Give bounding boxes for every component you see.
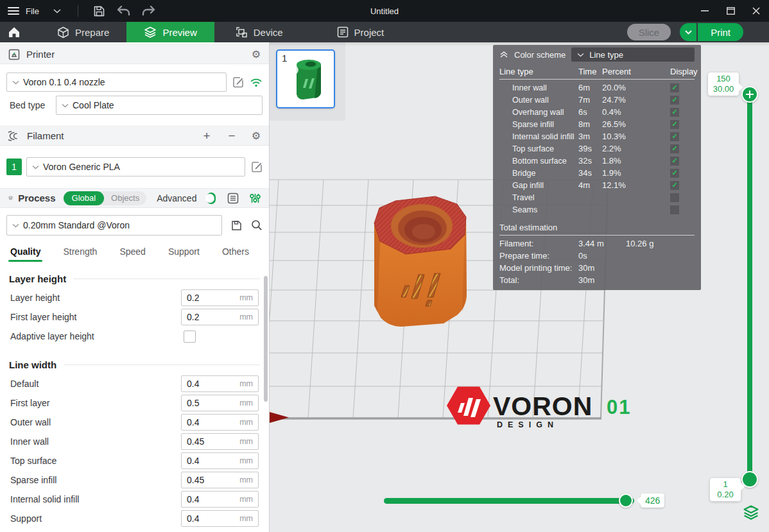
- tab-device[interactable]: Device: [218, 22, 300, 42]
- step-slider-handle[interactable]: [619, 493, 633, 508]
- step-slider-value: 426: [641, 493, 664, 508]
- color-scheme-select[interactable]: Line type: [571, 47, 695, 62]
- display-checkbox[interactable]: [670, 157, 679, 166]
- maximize-button[interactable]: [718, 0, 743, 22]
- adaptive-layer-height-checkbox[interactable]: [184, 330, 196, 343]
- line-width-label: Support: [10, 513, 181, 524]
- edit-printer-icon[interactable]: [232, 76, 244, 88]
- tab-prepare-label: Prepare: [75, 27, 109, 38]
- objects-settings-icon[interactable]: [250, 193, 261, 204]
- advanced-toggle[interactable]: [207, 193, 216, 204]
- total-row-value: 30m: [578, 263, 626, 273]
- plate-logo: VORON DESIGN 01: [447, 387, 631, 430]
- line-type-label: Outer wall: [512, 96, 578, 105]
- add-filament-button[interactable]: +: [203, 130, 210, 142]
- preview-viewport[interactable]: VORON DESIGN 01 1: [270, 42, 769, 532]
- line-width-input[interactable]: 0.5 mm: [181, 395, 259, 411]
- line-width-input[interactable]: 0.4 mm: [181, 375, 259, 392]
- file-menu-chevron-icon[interactable]: [53, 8, 61, 13]
- layers-view-icon[interactable]: [743, 504, 759, 521]
- layer-height-input[interactable]: 0.2 mm: [181, 289, 259, 306]
- line-width-input[interactable]: 0.4 mm: [181, 452, 259, 469]
- tab-prepare[interactable]: Prepare: [40, 22, 126, 42]
- process-preset-select[interactable]: 0.20mm Standard @Voron: [6, 215, 222, 236]
- line-type-percent: 1.8%: [602, 156, 670, 166]
- tab-strength[interactable]: Strength: [63, 246, 97, 257]
- printer-section-title: Printer: [26, 49, 55, 60]
- file-menu[interactable]: File: [26, 6, 39, 16]
- line-type-time: 7m: [578, 95, 602, 105]
- home-button[interactable]: [0, 22, 28, 42]
- legend-row: Sparse infill 8m 26.5%: [493, 118, 701, 130]
- menu-icon[interactable]: [8, 7, 19, 15]
- save-preset-icon[interactable]: [231, 220, 242, 231]
- bed-type-select[interactable]: Cool Plate: [56, 96, 263, 115]
- tab-others[interactable]: Others: [222, 246, 249, 257]
- parameter-list-icon[interactable]: [227, 193, 239, 204]
- display-checkbox[interactable]: [670, 83, 679, 92]
- printer-icon: [8, 49, 20, 60]
- display-checkbox[interactable]: [670, 132, 679, 141]
- collapse-legend-icon[interactable]: [499, 51, 508, 58]
- line-width-input[interactable]: 0.4 mm: [181, 510, 259, 527]
- legend-row: Top surface 39s 2.2%: [493, 142, 701, 155]
- line-width-label: Internal solid infill: [10, 494, 181, 504]
- search-preset-icon[interactable]: [251, 219, 263, 231]
- undo-icon[interactable]: [117, 4, 131, 18]
- line-width-label: Sparse infill: [10, 475, 181, 485]
- printer-preset-select[interactable]: Voron 0.1 0.4 nozzle: [6, 73, 227, 92]
- first-layer-height-input[interactable]: 0.2 mm: [181, 309, 259, 325]
- line-type-percent: 1.9%: [602, 168, 670, 178]
- tab-quality[interactable]: Quality: [10, 246, 40, 257]
- line-width-input[interactable]: 0.4 mm: [181, 491, 259, 508]
- sliced-model: [374, 196, 467, 327]
- line-type-legend-panel: Color scheme Line type Line type Time Pe…: [493, 45, 701, 290]
- layer-slider-track[interactable]: [747, 94, 752, 479]
- legend-row: Bottom surface 32s 1.8%: [493, 155, 701, 167]
- tab-project-label: Project: [354, 27, 384, 38]
- display-checkbox[interactable]: [670, 108, 679, 117]
- close-button[interactable]: [743, 0, 769, 22]
- line-type-percent: 2.2%: [602, 144, 670, 153]
- total-row-value2: 10.26 g: [626, 239, 695, 248]
- tab-support[interactable]: Support: [168, 246, 200, 257]
- line-width-input[interactable]: 0.45 mm: [181, 433, 259, 450]
- process-scope-toggle[interactable]: Global Objects: [64, 191, 147, 205]
- tab-speed[interactable]: Speed: [119, 246, 145, 257]
- filament-settings-gear-icon[interactable]: ⚙: [252, 130, 261, 142]
- filament-slot-badge[interactable]: 1: [6, 159, 22, 175]
- scope-objects[interactable]: Objects: [104, 193, 146, 203]
- tab-project[interactable]: Project: [320, 22, 402, 42]
- tab-preview[interactable]: Preview: [126, 22, 214, 42]
- remove-filament-button[interactable]: −: [229, 130, 236, 142]
- print-button[interactable]: Print: [698, 23, 743, 41]
- redo-icon[interactable]: [141, 4, 155, 18]
- display-checkbox[interactable]: [670, 181, 679, 190]
- line-width-input[interactable]: 0.4 mm: [181, 414, 259, 431]
- display-checkbox[interactable]: [670, 120, 679, 129]
- edit-filament-icon[interactable]: [251, 161, 263, 173]
- display-checkbox[interactable]: [670, 144, 679, 153]
- line-type-time: 39s: [578, 144, 602, 153]
- printer-settings-gear-icon[interactable]: ⚙: [252, 48, 261, 60]
- display-checkbox[interactable]: [670, 205, 679, 214]
- filament-preset-select[interactable]: Voron Generic PLA: [26, 157, 245, 176]
- line-width-input[interactable]: 0.45 mm: [181, 472, 259, 488]
- wifi-icon[interactable]: [250, 77, 263, 87]
- printer-preset-row: Voron 0.1 0.4 nozzle: [0, 73, 269, 92]
- minimize-button[interactable]: [692, 0, 718, 22]
- print-dropdown-button[interactable]: [680, 23, 696, 41]
- settings-panel: Printer ⚙ Voron 0.1 0.4 nozzle Bed type …: [0, 42, 270, 532]
- scope-global[interactable]: Global: [64, 191, 105, 205]
- save-icon[interactable]: [92, 4, 107, 18]
- display-checkbox[interactable]: [670, 96, 679, 105]
- line-type-percent: 0.4%: [602, 107, 670, 117]
- display-checkbox[interactable]: [670, 169, 679, 178]
- step-slider-track[interactable]: [384, 498, 634, 504]
- line-width-row: Sparse infill 0.45 mm: [0, 470, 269, 490]
- display-checkbox[interactable]: [670, 193, 679, 202]
- line-width-label: First layer: [10, 398, 181, 408]
- slice-button[interactable]: Slice: [627, 24, 671, 40]
- settings-scrollbar[interactable]: [264, 276, 268, 402]
- layer-slider-top-handle[interactable]: [741, 86, 758, 103]
